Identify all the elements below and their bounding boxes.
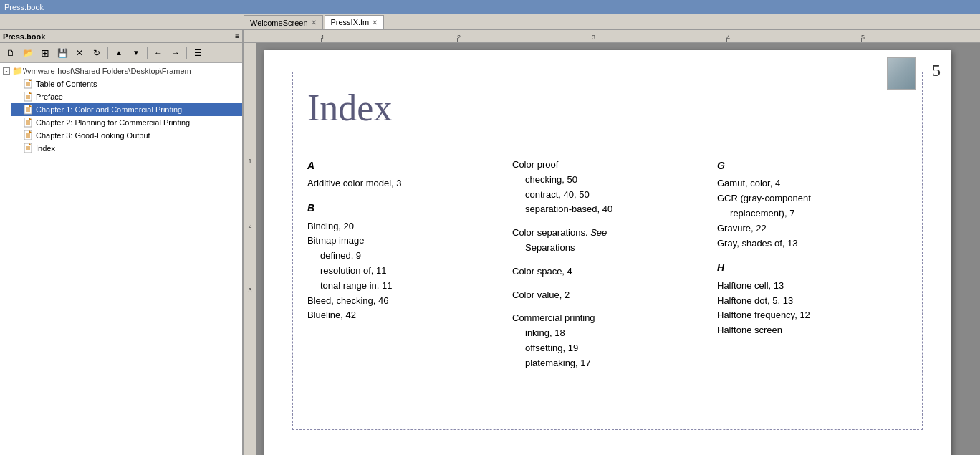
doc-area: 1 2 3 4 5 1 2 3 [244,30,980,455]
root-path-label: \\vmware-host\Shared Folders\Desktop\Fra… [23,67,191,75]
page-wrapper[interactable]: 5 Index A Additiv [256,43,980,455]
entry-tonal: tonal range in, 11 [320,279,498,294]
tree-item-toc[interactable]: Table of Contents [11,77,242,90]
index-column-1: A Additive color model, 3 B Binding, 20 … [307,158,498,380]
main-area: Press.book ≡ 🗋 📂 ⊞ 💾 ✕ ↻ ▲ ▼ ← → ☰ - 📁 [0,30,980,455]
index-column-2: Color proof checking, 50 contract, 40, 5… [512,158,703,380]
entry-bleed: Bleed, checking, 46 [307,294,498,309]
panel-menu-button[interactable]: ≡ [235,32,239,40]
ch1-label: Chapter 1: Color and Commercial Printing [36,105,182,114]
entry-halftone-screen: Halftone screen [717,323,908,338]
section-colorsep: Color separations. See Separations [512,226,703,256]
index-file-icon [24,143,34,153]
toolbar: 🗋 📂 ⊞ 💾 ✕ ↻ ▲ ▼ ← → ☰ [0,43,242,63]
tab-press-close[interactable]: ✕ [372,19,378,27]
tab-press-label: PressIX.fm [331,18,370,27]
ruler-vertical: 1 2 3 [244,43,256,455]
entry-commercial-printing: Commercial printing [512,311,703,326]
section-letter-b: B [307,200,498,216]
document-page: 5 Index A Additiv [264,50,951,455]
title-bar-label: Press.book [4,3,44,11]
entry-gamut: Gamut, color, 4 [717,176,908,191]
page-content-border: Index A Additive color model, 3 B [292,72,923,430]
ruler-v-mark-3: 3 [248,287,251,294]
tree-view: - 📁 \\vmware-host\Shared Folders\Desktop… [0,63,242,455]
panel-title: Press.book [3,32,45,41]
ch2-label: Chapter 2: Planning for Commercial Print… [36,118,190,127]
entry-additive: Additive color model, 3 [307,176,498,191]
section-colorproof: Color proof checking, 50 contract, 40, 5… [512,158,703,217]
entry-halftone-freq: Halftone frequency, 12 [717,308,908,323]
section-letter-g: G [717,158,908,173]
ch1-file-icon [24,105,34,115]
entry-defined: defined, 9 [320,249,498,264]
tree-item-ch2[interactable]: Chapter 2: Planning for Commercial Print… [11,116,242,129]
tree-item-index[interactable]: Index [11,142,242,155]
back-button[interactable]: ← [150,45,166,61]
tab-welcome-close[interactable]: ✕ [311,19,317,27]
entry-gravure: Gravure, 22 [717,221,908,236]
entry-separations-ref: Separations [525,241,703,256]
entry-inking: inking, 18 [525,326,703,341]
section-a: A Additive color model, 3 [307,158,498,191]
entry-color-space: Color space, 4 [512,264,703,279]
tree-item-ch3[interactable]: Chapter 3: Good-Looking Output [11,129,242,142]
section-g: G Gamut, color, 4 GCR (gray-component re… [717,158,908,251]
ruler-horizontal: 1 2 3 4 5 [244,30,980,43]
page-thumbnail [887,57,916,90]
entry-bitmap: Bitmap image [307,234,498,249]
root-expand-icon[interactable]: - [3,67,10,75]
entry-blueline: Blueline, 42 [307,308,498,323]
ch3-file-icon [24,130,34,140]
tree-item-preface[interactable]: Preface [11,90,242,103]
import-button[interactable]: ⊞ [37,45,53,61]
entry-platemaking: platemaking, 17 [525,356,703,371]
preface-label: Preface [36,92,63,101]
index-column-3: G Gamut, color, 4 GCR (gray-component re… [717,158,908,380]
move-down-button[interactable]: ▼ [128,45,144,61]
forward-button[interactable]: → [168,45,183,61]
entry-halftone-cell: Halftone cell, 13 [717,279,908,294]
tree-item-ch1[interactable]: Chapter 1: Color and Commercial Printing [11,103,242,116]
new-button[interactable]: 🗋 [3,45,19,61]
open-button[interactable]: 📂 [20,45,36,61]
move-up-button[interactable]: ▲ [111,45,127,61]
section-letter-h: H [717,259,908,275]
toolbar-separator-2 [147,47,148,59]
toc-file-icon [24,79,34,89]
index-columns: A Additive color model, 3 B Binding, 20 … [307,158,908,380]
page-number: 5 [932,61,941,80]
see-label: See [590,227,607,238]
left-panel: Press.book ≡ 🗋 📂 ⊞ 💾 ✕ ↻ ▲ ▼ ← → ☰ - 📁 [0,30,244,455]
tree-root: - 📁 \\vmware-host\Shared Folders\Desktop… [0,64,242,77]
tab-bar: WelcomeScreen ✕ PressIX.fm ✕ [0,14,980,30]
section-b: B Binding, 20 Bitmap image defined, 9 re… [307,200,498,323]
root-folder-icon: 📁 [12,66,23,76]
ch2-file-icon [24,118,34,128]
toolbar-separator-3 [186,47,187,59]
entry-separation-based: separation-based, 40 [525,202,703,217]
ch3-label: Chapter 3: Good-Looking Output [36,131,150,140]
entry-contract: contract, 40, 50 [525,188,703,203]
entry-gray: Gray, shades of, 13 [717,236,908,252]
ruler-v-mark-2: 2 [248,222,251,229]
section-letter-a: A [307,158,498,173]
panel-title-bar: Press.book ≡ [0,30,242,43]
tab-welcome-label: WelcomeScreen [250,19,308,27]
tab-press[interactable]: PressIX.fm ✕ [325,15,385,29]
delete-button[interactable]: ✕ [72,45,87,61]
entry-gcr: GCR (gray-component replacement), 7 [717,191,908,221]
entry-offsetting: offsetting, 19 [525,341,703,356]
section-commercial: Commercial printing inking, 18 offsettin… [512,311,703,370]
entry-resolution: resolution of, 11 [320,264,498,279]
list-view-button[interactable]: ☰ [190,45,206,61]
refresh-button[interactable]: ↻ [89,45,105,61]
entry-color-value: Color value, 2 [512,288,703,303]
tab-welcome[interactable]: WelcomeScreen ✕ [244,15,323,29]
ruler-v-mark-1: 1 [248,158,251,165]
save-button[interactable]: 💾 [54,45,70,61]
entry-halftone-dot: Halftone dot, 5, 13 [717,294,908,309]
index-title: Index [307,87,908,129]
entry-binding: Binding, 20 [307,219,498,234]
entry-checking: checking, 50 [525,173,703,188]
